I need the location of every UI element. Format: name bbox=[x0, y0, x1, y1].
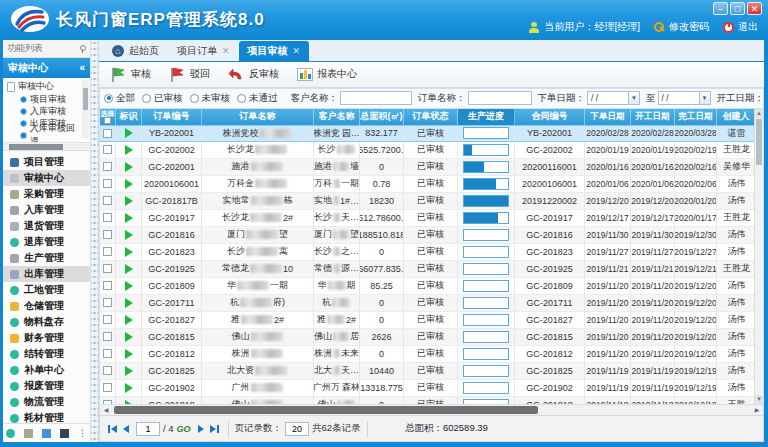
person-icon[interactable] bbox=[60, 429, 69, 438]
table-row[interactable]: GC-201817B 实地常栋 实地1#… 18230 已审核 bbox=[100, 193, 756, 210]
table-row[interactable]: GC-202001 施港 施港墙 0 已审核 bbox=[100, 159, 756, 176]
row-checkbox[interactable] bbox=[103, 230, 112, 239]
logout-button[interactable]: 退出 bbox=[723, 20, 758, 34]
sidebar-splitter[interactable] bbox=[91, 40, 99, 442]
table-row[interactable]: GC-201812 株洲 株洲未来 0 已审核 bbox=[100, 346, 756, 363]
tab-close-icon[interactable]: ✕ bbox=[293, 46, 301, 56]
maximize-button[interactable]: □ bbox=[730, 2, 745, 15]
document-tab[interactable]: ⌂ 项目审核 ✕ bbox=[239, 41, 310, 61]
order-name-input[interactable] bbox=[468, 91, 532, 105]
go-button[interactable]: GO bbox=[177, 424, 191, 434]
scroll-down-icon[interactable]: ▼ bbox=[755, 395, 763, 404]
table-row[interactable]: 20200106001 万科金 万科一期 0.78 已审核 bbox=[100, 176, 756, 193]
sidebar-menu-item[interactable]: 物料盘存 bbox=[3, 314, 90, 330]
column-header[interactable]: 标识 bbox=[116, 109, 142, 125]
sidebar-menu-item[interactable]: 财务管理 bbox=[3, 330, 90, 346]
cart-icon[interactable] bbox=[24, 429, 33, 438]
row-checkbox[interactable] bbox=[103, 332, 112, 341]
report-center-button[interactable]: 报表中心 bbox=[292, 63, 366, 85]
row-checkbox[interactable] bbox=[103, 366, 112, 375]
unaudit-button[interactable]: 反审核 bbox=[223, 63, 288, 86]
column-header[interactable]: 生产进度 bbox=[458, 109, 515, 125]
prev-page-button[interactable] bbox=[119, 422, 133, 436]
tree-root-node[interactable]: 审核中心 bbox=[7, 80, 80, 93]
status-radio[interactable]: 已审核 bbox=[142, 92, 183, 105]
sidebar-menu-item[interactable]: 结转管理 bbox=[3, 346, 90, 362]
scrollbar-thumb[interactable] bbox=[114, 406, 538, 414]
sidebar-menu-item[interactable]: 出库管理 bbox=[3, 266, 90, 282]
row-checkbox[interactable] bbox=[103, 129, 112, 138]
sidebar-menu-item[interactable]: 退货管理 bbox=[3, 218, 90, 234]
tree-item[interactable]: 入库审核 bbox=[7, 105, 80, 117]
sidebar-menu-item[interactable]: 工地管理 bbox=[3, 282, 90, 298]
column-header[interactable]: 订单状态 bbox=[404, 109, 458, 125]
column-header[interactable]: 开工日期 bbox=[631, 109, 675, 125]
close-button[interactable]: ✕ bbox=[747, 2, 762, 15]
order-date-from-picker[interactable]: / / ▼ bbox=[587, 91, 640, 105]
reject-button[interactable]: 驳回 bbox=[164, 62, 219, 87]
sidebar-menu-item[interactable]: 报废管理 bbox=[3, 378, 90, 394]
next-page-button[interactable] bbox=[194, 422, 208, 436]
column-header[interactable]: 下单日期 bbox=[585, 109, 631, 125]
collapse-icon[interactable]: « bbox=[79, 58, 85, 78]
table-row[interactable]: GC-201827 雅2# 雅2# 0 已审核 bbox=[100, 312, 756, 329]
row-checkbox[interactable] bbox=[103, 400, 112, 404]
scroll-up-icon[interactable]: ▲ bbox=[755, 109, 763, 118]
column-header[interactable]: 客户名称 bbox=[314, 109, 360, 125]
change-password-button[interactable]: 修改密码 bbox=[654, 20, 709, 34]
table-row[interactable]: GC-201711 杭府) 杭 0 已审核 bbox=[100, 295, 756, 312]
row-checkbox[interactable] bbox=[103, 145, 112, 154]
row-checkbox[interactable] bbox=[103, 349, 112, 358]
table-row[interactable]: GC-201823 长沙寓 长沙之… 0 已审核 bbox=[100, 244, 756, 261]
table-row[interactable]: GC-201816 厦门望 厦门望 188510.818 已审核 bbox=[100, 227, 756, 244]
select-column-header[interactable]: 选择 bbox=[100, 109, 116, 125]
select-all-checkbox[interactable] bbox=[104, 117, 111, 124]
order-date-to-picker[interactable]: / / ▼ bbox=[658, 91, 711, 105]
scroll-left-icon[interactable]: ◀ bbox=[100, 405, 112, 415]
page-size-input[interactable] bbox=[285, 422, 309, 436]
page-number-input[interactable] bbox=[136, 422, 160, 436]
table-row[interactable]: GC-201818 佛山 佛山 0 已审核 bbox=[100, 397, 756, 404]
row-checkbox[interactable] bbox=[103, 298, 112, 307]
scrollbar-thumb[interactable] bbox=[756, 119, 762, 165]
first-page-button[interactable] bbox=[105, 422, 119, 436]
status-radio[interactable]: 未审核 bbox=[190, 92, 231, 105]
column-header[interactable]: 订单名称 bbox=[202, 109, 314, 125]
sidebar-menu-item[interactable]: 采购管理 bbox=[3, 186, 90, 202]
sidebar-menu-item[interactable]: 退库管理 bbox=[3, 234, 90, 250]
table-row[interactable]: GC-201917 长沙龙2# 长沙天… 8512.78600… 已审核 bbox=[100, 210, 756, 227]
column-header[interactable]: 总面积(㎡) bbox=[360, 109, 404, 125]
scroll-right-icon[interactable]: ▶ bbox=[751, 405, 763, 415]
column-header[interactable]: 订单编号 bbox=[142, 109, 202, 125]
status-radio[interactable]: 全部 bbox=[104, 92, 135, 105]
document-tab[interactable]: ⌂ 项目订单 ✕ bbox=[168, 41, 239, 61]
chevron-down-icon[interactable]: ▼ bbox=[699, 92, 710, 104]
audit-button[interactable]: 审核 bbox=[105, 62, 160, 87]
row-checkbox[interactable] bbox=[103, 315, 112, 324]
row-checkbox[interactable] bbox=[103, 281, 112, 290]
sidebar-menu-item[interactable]: 物流管理 bbox=[3, 394, 90, 410]
tree-vertical-scrollbar[interactable] bbox=[82, 80, 89, 138]
table-row[interactable]: GC-201809 华一期 华期 85.25 已审核 bbox=[100, 278, 756, 295]
sidebar-menu-item[interactable]: 仓储管理 bbox=[3, 298, 90, 314]
column-header[interactable]: 合同编号 bbox=[515, 109, 585, 125]
column-header[interactable]: 创建人 bbox=[717, 109, 756, 125]
tab-close-icon[interactable]: ✕ bbox=[222, 46, 230, 56]
sidebar-menu-item[interactable]: 补单中心 bbox=[3, 362, 90, 378]
minimize-button[interactable]: − bbox=[713, 2, 728, 15]
table-row[interactable]: YB-202001 株洲党校 株洲党园… 832.177 已审核 bbox=[100, 125, 756, 142]
table-row[interactable]: GC-201825 北大资 北大天… 10440 已审核 bbox=[100, 363, 756, 380]
row-checkbox[interactable] bbox=[103, 247, 112, 256]
tree-item[interactable]: 项目审核 bbox=[7, 93, 80, 105]
column-header[interactable]: 完工日期 bbox=[675, 109, 717, 125]
table-row[interactable]: GC-201815 佛山 佛山居 2626 已审核 bbox=[100, 329, 756, 346]
row-checkbox[interactable] bbox=[103, 196, 112, 205]
row-checkbox[interactable] bbox=[103, 162, 112, 171]
status-radio[interactable]: 未通过 bbox=[237, 92, 278, 105]
table-row[interactable]: GC-202002 长沙龙 长沙 65525.7200… 已审核 bbox=[100, 142, 756, 159]
row-checkbox[interactable] bbox=[103, 383, 112, 392]
last-page-button[interactable] bbox=[208, 422, 222, 436]
pin-icon[interactable] bbox=[78, 45, 86, 53]
dot-icon[interactable] bbox=[6, 429, 15, 438]
row-checkbox[interactable] bbox=[103, 213, 112, 222]
